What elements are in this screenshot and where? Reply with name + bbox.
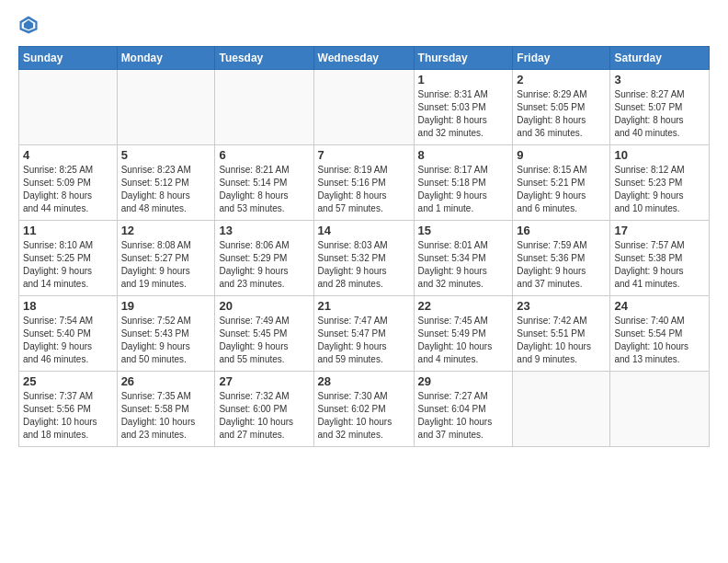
week-row-2: 11Sunrise: 8:10 AM Sunset: 5:25 PM Dayli…: [19, 221, 710, 296]
day-cell: 1Sunrise: 8:31 AM Sunset: 5:03 PM Daylig…: [414, 70, 513, 145]
day-number: 20: [219, 299, 309, 313]
day-info: Sunrise: 8:01 AM Sunset: 5:34 PM Dayligh…: [418, 239, 509, 291]
day-info: Sunrise: 7:57 AM Sunset: 5:38 PM Dayligh…: [614, 239, 705, 291]
day-info: Sunrise: 8:08 AM Sunset: 5:27 PM Dayligh…: [121, 239, 211, 291]
day-number: 26: [121, 374, 211, 388]
day-cell: 18Sunrise: 7:54 AM Sunset: 5:40 PM Dayli…: [19, 296, 118, 372]
week-row-0: 1Sunrise: 8:31 AM Sunset: 5:03 PM Daylig…: [19, 70, 710, 145]
day-number: 13: [219, 224, 309, 237]
week-row-3: 18Sunrise: 7:54 AM Sunset: 5:40 PM Dayli…: [19, 296, 710, 372]
col-header-thursday: Thursday: [414, 47, 513, 70]
day-info: Sunrise: 7:42 AM Sunset: 5:51 PM Dayligh…: [517, 315, 606, 366]
day-number: 14: [318, 224, 410, 237]
day-cell: 3Sunrise: 8:27 AM Sunset: 5:07 PM Daylig…: [610, 70, 710, 145]
day-cell: [513, 372, 610, 447]
col-header-sunday: Sunday: [19, 47, 118, 70]
day-number: 16: [517, 224, 606, 237]
day-cell: 4Sunrise: 8:25 AM Sunset: 5:09 PM Daylig…: [19, 145, 118, 221]
day-info: Sunrise: 7:47 AM Sunset: 5:47 PM Dayligh…: [318, 315, 410, 366]
day-info: Sunrise: 8:03 AM Sunset: 5:32 PM Dayligh…: [318, 239, 410, 291]
day-info: Sunrise: 7:49 AM Sunset: 5:45 PM Dayligh…: [219, 315, 309, 366]
day-info: Sunrise: 7:45 AM Sunset: 5:49 PM Dayligh…: [418, 315, 509, 366]
day-number: 8: [418, 148, 509, 162]
day-cell: 14Sunrise: 8:03 AM Sunset: 5:32 PM Dayli…: [313, 221, 414, 296]
day-cell: 10Sunrise: 8:12 AM Sunset: 5:23 PM Dayli…: [610, 145, 710, 221]
day-cell: [313, 70, 414, 145]
header: [18, 15, 710, 35]
day-cell: 11Sunrise: 8:10 AM Sunset: 5:25 PM Dayli…: [19, 221, 118, 296]
day-cell: 27Sunrise: 7:32 AM Sunset: 6:00 PM Dayli…: [215, 372, 313, 447]
day-number: 5: [121, 148, 211, 162]
day-number: 22: [418, 299, 509, 313]
day-number: 27: [219, 374, 309, 388]
calendar: SundayMondayTuesdayWednesdayThursdayFrid…: [18, 46, 710, 447]
week-row-4: 25Sunrise: 7:37 AM Sunset: 5:56 PM Dayli…: [19, 372, 710, 447]
day-number: 15: [418, 224, 509, 237]
week-row-1: 4Sunrise: 8:25 AM Sunset: 5:09 PM Daylig…: [19, 145, 710, 221]
day-cell: 23Sunrise: 7:42 AM Sunset: 5:51 PM Dayli…: [513, 296, 610, 372]
day-number: 17: [614, 224, 705, 237]
day-number: 21: [318, 299, 410, 313]
day-number: 19: [121, 299, 211, 313]
day-info: Sunrise: 7:27 AM Sunset: 6:04 PM Dayligh…: [418, 390, 509, 442]
day-info: Sunrise: 8:12 AM Sunset: 5:23 PM Dayligh…: [614, 164, 705, 215]
day-cell: 22Sunrise: 7:45 AM Sunset: 5:49 PM Dayli…: [414, 296, 513, 372]
day-cell: 6Sunrise: 8:21 AM Sunset: 5:14 PM Daylig…: [215, 145, 313, 221]
day-info: Sunrise: 8:19 AM Sunset: 5:16 PM Dayligh…: [318, 164, 410, 215]
col-header-friday: Friday: [513, 47, 610, 70]
day-cell: 13Sunrise: 8:06 AM Sunset: 5:29 PM Dayli…: [215, 221, 313, 296]
day-cell: 19Sunrise: 7:52 AM Sunset: 5:43 PM Dayli…: [117, 296, 215, 372]
day-number: 24: [614, 299, 705, 313]
day-cell: 2Sunrise: 8:29 AM Sunset: 5:05 PM Daylig…: [513, 70, 610, 145]
day-cell: 24Sunrise: 7:40 AM Sunset: 5:54 PM Dayli…: [610, 296, 710, 372]
day-info: Sunrise: 8:15 AM Sunset: 5:21 PM Dayligh…: [517, 164, 606, 215]
day-cell: 9Sunrise: 8:15 AM Sunset: 5:21 PM Daylig…: [513, 145, 610, 221]
day-info: Sunrise: 8:25 AM Sunset: 5:09 PM Dayligh…: [23, 164, 113, 215]
day-cell: 7Sunrise: 8:19 AM Sunset: 5:16 PM Daylig…: [313, 145, 414, 221]
day-cell: 29Sunrise: 7:27 AM Sunset: 6:04 PM Dayli…: [414, 372, 513, 447]
day-cell: 5Sunrise: 8:23 AM Sunset: 5:12 PM Daylig…: [117, 145, 215, 221]
day-cell: 26Sunrise: 7:35 AM Sunset: 5:58 PM Dayli…: [117, 372, 215, 447]
col-header-monday: Monday: [117, 47, 215, 70]
day-number: 2: [517, 73, 606, 86]
day-cell: 15Sunrise: 8:01 AM Sunset: 5:34 PM Dayli…: [414, 221, 513, 296]
day-cell: 20Sunrise: 7:49 AM Sunset: 5:45 PM Dayli…: [215, 296, 313, 372]
day-number: 28: [318, 374, 410, 388]
day-info: Sunrise: 8:23 AM Sunset: 5:12 PM Dayligh…: [121, 164, 211, 215]
day-cell: 8Sunrise: 8:17 AM Sunset: 5:18 PM Daylig…: [414, 145, 513, 221]
day-cell: [215, 70, 313, 145]
day-info: Sunrise: 7:59 AM Sunset: 5:36 PM Dayligh…: [517, 239, 606, 291]
day-info: Sunrise: 7:52 AM Sunset: 5:43 PM Dayligh…: [121, 315, 211, 366]
calendar-header-row: SundayMondayTuesdayWednesdayThursdayFrid…: [19, 47, 710, 70]
logo-icon: [18, 15, 39, 35]
day-info: Sunrise: 7:32 AM Sunset: 6:00 PM Dayligh…: [219, 390, 309, 442]
day-number: 18: [23, 299, 113, 313]
day-cell: 25Sunrise: 7:37 AM Sunset: 5:56 PM Dayli…: [19, 372, 118, 447]
day-cell: 17Sunrise: 7:57 AM Sunset: 5:38 PM Dayli…: [610, 221, 710, 296]
day-cell: 21Sunrise: 7:47 AM Sunset: 5:47 PM Dayli…: [313, 296, 414, 372]
day-info: Sunrise: 7:40 AM Sunset: 5:54 PM Dayligh…: [614, 315, 705, 366]
day-info: Sunrise: 7:30 AM Sunset: 6:02 PM Dayligh…: [318, 390, 410, 442]
day-number: 1: [418, 73, 509, 86]
col-header-wednesday: Wednesday: [313, 47, 414, 70]
day-number: 11: [23, 224, 113, 237]
day-cell: [19, 70, 118, 145]
day-info: Sunrise: 7:35 AM Sunset: 5:58 PM Dayligh…: [121, 390, 211, 442]
day-cell: 12Sunrise: 8:08 AM Sunset: 5:27 PM Dayli…: [117, 221, 215, 296]
day-number: 10: [614, 148, 705, 162]
day-info: Sunrise: 8:21 AM Sunset: 5:14 PM Dayligh…: [219, 164, 309, 215]
day-number: 7: [318, 148, 410, 162]
day-info: Sunrise: 8:31 AM Sunset: 5:03 PM Dayligh…: [418, 88, 509, 140]
day-info: Sunrise: 7:37 AM Sunset: 5:56 PM Dayligh…: [23, 390, 113, 442]
col-header-saturday: Saturday: [610, 47, 710, 70]
day-cell: [117, 70, 215, 145]
day-info: Sunrise: 8:06 AM Sunset: 5:29 PM Dayligh…: [219, 239, 309, 291]
day-info: Sunrise: 8:17 AM Sunset: 5:18 PM Dayligh…: [418, 164, 509, 215]
day-number: 29: [418, 374, 509, 388]
page: SundayMondayTuesdayWednesdayThursdayFrid…: [0, 0, 728, 456]
day-cell: 16Sunrise: 7:59 AM Sunset: 5:36 PM Dayli…: [513, 221, 610, 296]
day-info: Sunrise: 8:10 AM Sunset: 5:25 PM Dayligh…: [23, 239, 113, 291]
day-number: 9: [517, 148, 606, 162]
logo: [18, 15, 40, 35]
day-cell: [610, 372, 710, 447]
